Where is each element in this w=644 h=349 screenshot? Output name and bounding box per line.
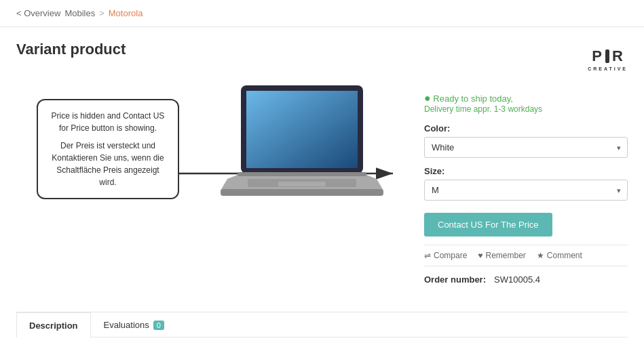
callout-box: Price is hidden and Contact US for Price… <box>37 99 179 199</box>
product-details: ● Ready to ship today, Delivery time app… <box>424 72 628 285</box>
evaluations-badge: 0 <box>153 321 164 330</box>
tabs-bar: Description Evaluations 0 <box>16 312 628 337</box>
compare-label: Compare <box>434 251 467 260</box>
breadcrumb-motorola: Motorola <box>109 8 143 18</box>
breadcrumb-sep: > <box>99 8 105 18</box>
compare-link[interactable]: ⇌ Compare <box>424 251 467 260</box>
logo-letter-r: R <box>612 47 624 65</box>
product-layout: Price is hidden and Contact US for Price… <box>16 72 628 285</box>
tabs-section: Description Evaluations 0 <box>16 312 628 337</box>
tab-description[interactable]: Description <box>16 312 91 337</box>
callout-line1: Price is hidden and Contact US for Price… <box>49 110 167 134</box>
breadcrumb-mobiles[interactable]: Mobiles <box>64 8 95 18</box>
laptop-image <box>221 79 383 214</box>
tab-evaluations[interactable]: Evaluations 0 <box>91 312 177 337</box>
star-icon: ★ <box>537 251 544 260</box>
page-title: Variant product <box>16 41 628 58</box>
stock-info: ● Ready to ship today, Delivery time app… <box>424 92 628 114</box>
svg-rect-8 <box>278 182 326 186</box>
svg-rect-6 <box>238 172 366 176</box>
order-number-label: Order number: <box>424 274 486 285</box>
compare-icon: ⇌ <box>424 251 431 260</box>
color-label: Color: <box>424 123 628 134</box>
comment-link[interactable]: ★ Comment <box>537 251 582 260</box>
svg-rect-5 <box>221 189 383 196</box>
size-select-wrapper: M S L XL ▾ <box>424 180 628 201</box>
stock-dot: ● <box>424 92 431 104</box>
remember-label: Remember <box>485 251 525 260</box>
callout-line2: Der Preis ist versteckt und Kontaktieren… <box>49 140 167 188</box>
svg-rect-4 <box>246 91 358 168</box>
stock-text: Ready to ship today, <box>433 94 513 104</box>
size-label: Size: <box>424 166 628 176</box>
order-number-value: SW10005.4 <box>494 274 540 285</box>
comment-label: Comment <box>547 251 582 260</box>
breadcrumb: < Overview Mobiles > Motorola <box>0 0 644 27</box>
color-select[interactable]: White Black Blue <box>424 137 628 158</box>
action-links: ⇌ Compare ♥ Remember ★ Comment <box>424 245 628 266</box>
delivery-text: Delivery time appr. 1-3 workdays <box>424 104 628 114</box>
tab-description-label: Description <box>29 321 78 331</box>
page-content: P R CREATIVE Variant product Price is hi… <box>0 27 644 349</box>
order-row: Order number: SW10005.4 <box>424 274 628 285</box>
color-select-wrapper: White Black Blue ▾ <box>424 137 628 158</box>
product-image-area: Price is hidden and Contact US for Price… <box>16 72 397 248</box>
logo-divider <box>605 49 609 63</box>
logo-letter-p: P <box>592 47 603 65</box>
contact-price-button[interactable]: Contact US For The Price <box>424 213 552 237</box>
remember-link[interactable]: ♥ Remember <box>478 251 525 260</box>
heart-icon: ♥ <box>478 251 482 260</box>
breadcrumb-back[interactable]: < Overview <box>16 8 60 18</box>
brand-logo: P R CREATIVE <box>588 47 628 71</box>
logo-subtitle: CREATIVE <box>588 66 628 71</box>
tab-evaluations-label: Evaluations <box>104 320 149 330</box>
size-select[interactable]: M S L XL <box>424 180 628 201</box>
stock-status: ● Ready to ship today, <box>424 92 628 104</box>
